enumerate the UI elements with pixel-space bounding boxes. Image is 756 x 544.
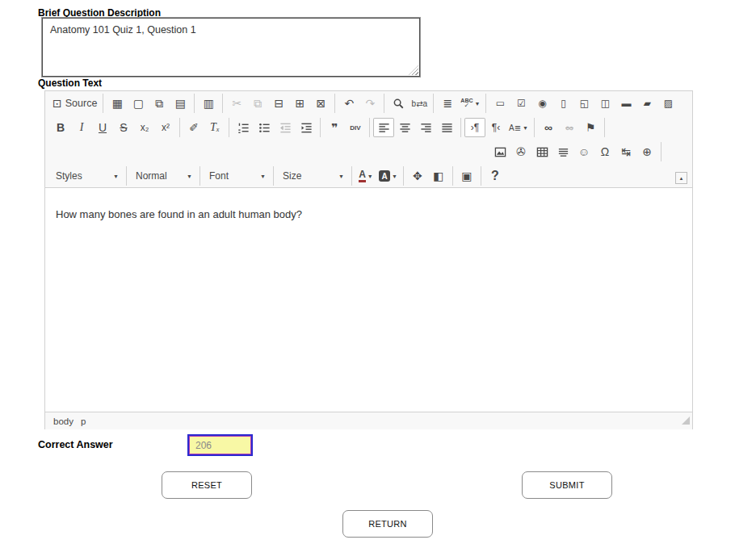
toolbar-row-3: ✇ ☺ Ω ↹ ⊕ [45, 140, 692, 164]
styles-combo[interactable]: Styles ▼ [50, 166, 123, 186]
image-button-button[interactable]: ▰ [636, 94, 657, 113]
replace-icon: b⇄a [412, 99, 428, 108]
italic-button[interactable]: I [71, 118, 92, 137]
preview-button[interactable]: ⧉ [149, 94, 170, 113]
correct-answer-input[interactable] [187, 434, 253, 456]
replace-button[interactable]: b⇄a [409, 94, 430, 113]
save-button[interactable]: ▦ [107, 94, 128, 113]
bulleted-list-button[interactable] [254, 118, 275, 137]
checkbox-button[interactable]: ☑ [510, 94, 531, 113]
find-icon [393, 98, 405, 110]
align-justify-button[interactable] [436, 118, 457, 137]
reset-button[interactable]: RESET [162, 471, 252, 499]
form-button[interactable]: ▭ [489, 94, 510, 113]
blockquote-button[interactable]: ❞ [324, 118, 345, 137]
print-button[interactable]: ▤ [170, 94, 191, 113]
align-right-button[interactable] [415, 118, 436, 137]
anchor-button[interactable]: ⚑ [580, 118, 601, 137]
link-button[interactable]: ∞ [538, 118, 559, 137]
textarea-field-button[interactable]: ◱ [573, 94, 594, 113]
div-container-button[interactable]: DIV [345, 118, 366, 137]
text-field-icon: ▯ [561, 98, 566, 109]
source-button[interactable]: ⊡ Source [50, 94, 99, 113]
language-button[interactable]: A≣ ▼ [506, 118, 531, 137]
table-button[interactable] [531, 142, 552, 161]
copy-formatting-button[interactable]: ✐ [183, 118, 204, 137]
page-break-button[interactable]: ↹ [615, 142, 636, 161]
paste-button[interactable]: ⊟ [268, 94, 289, 113]
new-page-button[interactable]: ▢ [128, 94, 149, 113]
horizontal-line-button[interactable] [552, 142, 573, 161]
font-combo[interactable]: Font ▼ [204, 166, 270, 186]
underline-button[interactable]: U [92, 118, 113, 137]
strikethrough-button[interactable]: S [113, 118, 134, 137]
path-element-body[interactable]: body [53, 416, 74, 426]
subscript-button[interactable]: x₂ [134, 118, 155, 137]
bold-icon: B [57, 121, 65, 134]
background-color-button[interactable]: A ▼ [376, 166, 400, 186]
text-color-button[interactable]: A ▼ [355, 166, 376, 186]
spell-check-button[interactable]: ABC ✓ ▼ [458, 94, 482, 113]
spell-check-icon: ABC ✓ [460, 98, 472, 109]
question-text-paragraph[interactable]: How many bones are found in an adult hum… [56, 208, 682, 220]
flash-button[interactable]: ✇ [510, 142, 531, 161]
bidi-ltr-button[interactable]: ›¶ [464, 118, 485, 137]
chevron-down-icon: ▼ [368, 174, 373, 179]
select-field-icon: ◫ [601, 98, 610, 109]
paste-text-button[interactable]: ⊞ [289, 94, 310, 113]
radio-button-button[interactable]: ◉ [531, 94, 552, 113]
bidi-rtl-button[interactable]: ¶‹ [485, 118, 506, 137]
submit-button[interactable]: SUBMIT [522, 471, 612, 499]
paste-word-button[interactable]: ⊠ [310, 94, 331, 113]
numbered-list-button[interactable] [233, 118, 254, 137]
find-button[interactable] [388, 94, 409, 113]
chevron-down-icon: ▼ [260, 174, 266, 179]
about-icon: ▣ [461, 169, 472, 182]
path-element-p[interactable]: p [81, 416, 86, 426]
toolbar-separator [433, 94, 434, 113]
flash-icon: ✇ [516, 145, 526, 158]
text-field-button[interactable]: ▯ [552, 94, 573, 113]
about-button[interactable]: ▣ [456, 166, 477, 186]
paste-icon: ⊟ [274, 97, 284, 110]
superscript-button[interactable]: x² [155, 118, 176, 137]
smiley-button[interactable]: ☺ [573, 142, 594, 161]
description-textarea[interactable]: Anatomy 101 Quiz 1, Question 1 [42, 18, 420, 77]
help-button[interactable]: ? [485, 166, 506, 186]
remove-format-icon: Tₓ [210, 121, 220, 134]
undo-button[interactable]: ↶ [338, 94, 359, 113]
remove-format-button[interactable]: Tₓ [204, 118, 225, 137]
bold-button[interactable]: B [50, 118, 71, 137]
new-page-icon: ▢ [133, 97, 144, 110]
templates-button[interactable]: ▥ [198, 94, 219, 113]
help-question-icon: ? [491, 169, 499, 183]
return-button[interactable]: RETURN [342, 510, 433, 538]
toolbar-separator [320, 118, 321, 137]
toolbar-separator [534, 118, 535, 137]
decrease-indent-icon [279, 122, 292, 134]
print-icon: ▤ [175, 97, 186, 110]
format-combo[interactable]: Normal ▼ [130, 166, 196, 186]
special-character-button[interactable]: Ω [594, 142, 615, 161]
increase-indent-button[interactable] [296, 118, 317, 137]
insert-image-button[interactable] [489, 142, 510, 161]
toolbar-separator [661, 142, 662, 161]
editor-content[interactable]: How many bones are found in an adult hum… [45, 188, 692, 412]
align-left-button[interactable] [373, 118, 394, 137]
toolbar-row-2: B I U S x₂ x² ✐ Tₓ [45, 115, 692, 140]
chevron-down-icon: ▼ [338, 174, 344, 179]
maximize-icon: ✥ [413, 169, 422, 182]
size-combo[interactable]: Size ▼ [277, 166, 348, 186]
select-field-button[interactable]: ◫ [594, 94, 615, 113]
show-blocks-button[interactable]: ◧ [428, 166, 449, 186]
bulleted-list-icon [258, 122, 271, 134]
select-all-button[interactable]: ≣ [437, 94, 458, 113]
align-center-button[interactable] [394, 118, 415, 137]
iframe-button[interactable]: ⊕ [636, 142, 657, 161]
maximize-button[interactable]: ✥ [407, 166, 428, 186]
toolbar-row-4: Styles ▼ Normal ▼ Font ▼ Size ▼ [45, 164, 692, 188]
toolbar-collapse-button[interactable]: ▲ [675, 172, 687, 184]
editor-resize-handle[interactable] [682, 416, 690, 425]
hidden-field-button[interactable]: ▨ [657, 94, 678, 113]
button-field-button[interactable]: ▬ [615, 94, 636, 113]
